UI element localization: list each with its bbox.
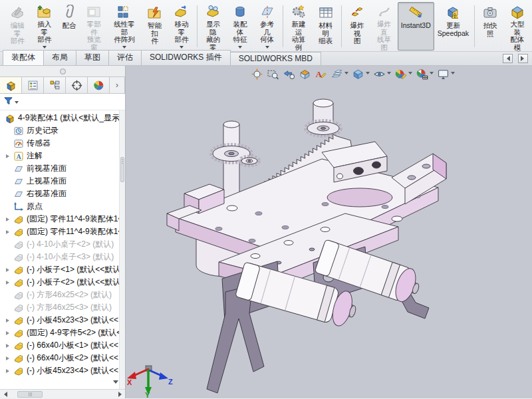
reference-geometry-button[interactable]: 参考几何体 [253, 2, 281, 51]
part-gray-icon [13, 290, 24, 301]
tree-item[interactable]: 传感器 [0, 137, 125, 150]
show-hidden-components-button[interactable]: 显示隐藏的零部件 [200, 2, 227, 51]
tree-scroll-up-icon[interactable] [113, 113, 118, 119]
command-tab-5[interactable]: SOLIDWORKS 插件 [141, 50, 231, 65]
tree-item[interactable]: (-) 4-10小桌子<3> (默认) [0, 251, 125, 263]
section-view-icon [299, 68, 311, 80]
take-snapshot-button[interactable]: 拍快照 [477, 2, 504, 51]
tree-vscroll-thumb[interactable] [120, 157, 124, 182]
tree-item[interactable]: (-) 小板45x23<4> (默认<< [0, 364, 125, 377]
dynamic-annotation-views-button[interactable]: A [313, 67, 329, 81]
component-preview-window-icon [86, 4, 102, 20]
tree-scroll-down-icon[interactable] [113, 380, 118, 386]
command-tab-6[interactable]: SOLIDWORKS MBD [230, 52, 321, 65]
instant3d-button[interactable]: Instant3D [398, 2, 434, 51]
new-motion-study-button[interactable]: 新建运动算例 [285, 2, 313, 51]
tree-item[interactable]: 右视基准面 [0, 188, 125, 200]
expand-arrow-icon[interactable] [6, 319, 13, 323]
expand-arrow-icon[interactable] [6, 369, 13, 373]
dropdown-arrow-icon[interactable] [430, 72, 434, 76]
tree-item[interactable]: A注解 [0, 150, 125, 162]
dropdown-arrow-icon[interactable] [366, 72, 370, 76]
filter-dropdown-icon[interactable] [15, 101, 19, 106]
expand-arrow-icon[interactable] [6, 331, 13, 335]
previous-view-button[interactable] [281, 67, 297, 81]
tree-item[interactable]: (-) 4-10小桌子<2> (默认) [0, 238, 125, 251]
apply-scene-button[interactable] [414, 67, 435, 81]
dropdown-arrow-icon[interactable] [408, 72, 412, 76]
hscroll-left-icon[interactable] [0, 390, 9, 398]
edit-appearance-button[interactable] [393, 67, 414, 81]
tree-item[interactable]: (固定) 零件11^4-9装配体1< [0, 225, 125, 238]
expand-arrow-icon[interactable] [6, 154, 13, 158]
exploded-view-button[interactable]: 爆炸视图 [344, 2, 371, 51]
tree-item[interactable]: (-) 小板45x23<3> (默认<< [0, 314, 125, 327]
tree-item[interactable]: 原点 [0, 200, 125, 213]
button-label: 何体 [260, 36, 274, 44]
command-tab-2[interactable]: 布局 [43, 50, 76, 65]
command-manager-tabs: 装配体布局草图评估SOLIDWORKS 插件SOLIDWORKS MBD [0, 52, 532, 66]
large-assembly-mode-icon [509, 4, 525, 20]
dropdown-arrow-icon[interactable] [387, 72, 391, 76]
expand-arrow-icon[interactable] [6, 344, 13, 348]
command-tab-4[interactable]: 评估 [108, 50, 142, 65]
dimxpertmanager-tab[interactable] [66, 77, 88, 93]
tree-item[interactable]: (-) 小板子<1> (默认<<默认 [0, 263, 125, 276]
hscroll-right-icon[interactable] [116, 390, 125, 398]
command-tab-1[interactable]: 装配体 [3, 50, 44, 65]
tree-item[interactable]: 前视基准面 [0, 162, 125, 175]
featuremanager-tab[interactable] [0, 77, 22, 93]
section-view-button[interactable] [297, 67, 313, 81]
zoom-to-fit-button[interactable] [249, 67, 265, 81]
tree-item[interactable]: (-) 66x40小板<1> (默认<< [0, 339, 125, 352]
tree-item[interactable]: (-) 方形46x25<2> (默认) [0, 289, 125, 301]
panel-tabs-overflow-icon[interactable]: › [110, 77, 124, 93]
panel-splitter[interactable] [0, 66, 125, 76]
scroll-right-icon[interactable] [518, 54, 528, 63]
expand-arrow-icon[interactable] [6, 217, 13, 221]
expand-arrow-icon[interactable] [6, 230, 13, 234]
tree-item[interactable]: 上视基准面 [0, 175, 125, 188]
assembly-3d-model[interactable]: X Z Y [126, 66, 532, 398]
view-settings-icon [437, 68, 450, 80]
tree-horizontal-scrollbar[interactable] [0, 389, 125, 398]
tree-item[interactable]: (-) 小板子<2> (默认<<默认 [0, 276, 125, 289]
tree-item[interactable]: 历史记录 [0, 124, 125, 137]
tree-vertical-scrollbar[interactable] [119, 110, 125, 389]
expand-arrow-icon[interactable] [6, 356, 13, 360]
assembly-features-button[interactable]: 装配体特征 [227, 2, 254, 51]
dropdown-arrow-icon[interactable] [344, 72, 348, 76]
view-settings-button[interactable] [436, 67, 456, 81]
insert-components-button[interactable]: 插入零部件 [31, 2, 59, 51]
configurationmanager-tab[interactable] [44, 77, 66, 93]
displaymanager-tab[interactable] [88, 77, 110, 93]
plane-icon [13, 189, 24, 200]
graphics-viewport[interactable]: X Z Y A [126, 66, 532, 398]
tree-item[interactable]: (-) 方形46x25<3> (默认) [0, 301, 125, 314]
hscroll-thumb[interactable] [17, 391, 43, 398]
propertymanager-tab[interactable] [22, 77, 44, 93]
view-orientation-button[interactable] [329, 67, 350, 81]
expand-arrow-icon[interactable] [6, 281, 13, 285]
filter-funnel-icon[interactable] [3, 96, 13, 108]
move-component-button[interactable]: 移动零部件 [168, 2, 196, 51]
expand-arrow-icon[interactable] [6, 268, 13, 272]
splitter-handle-icon[interactable] [60, 68, 66, 74]
tree-item[interactable]: (-) 66x40小板<2> (默认<< [0, 352, 125, 364]
tree-item[interactable]: (固定) 零件11^4-9装配体1< [0, 213, 125, 225]
update-speedpak-button[interactable]: 更新Speedpak [434, 2, 472, 51]
bill-of-materials-button[interactable]: 材料明细表 [312, 2, 339, 51]
smart-fasteners-button[interactable]: 智能扣件 [141, 2, 168, 51]
scroll-left-icon[interactable] [503, 54, 513, 63]
linear-component-pattern-button[interactable]: 线性零部件阵列 [108, 2, 142, 51]
zoom-to-area-button[interactable] [265, 67, 281, 81]
hide-show-items-button[interactable] [372, 67, 392, 81]
dropdown-arrow-icon[interactable] [451, 72, 455, 76]
display-style-button[interactable] [350, 67, 371, 81]
tree-item[interactable]: (固定) 4-9零件5<2> (默认< [0, 327, 125, 339]
large-assembly-mode-button[interactable]: 大型装配体模式 [504, 2, 531, 51]
mate-button[interactable]: 配合 [58, 2, 80, 51]
tree-item[interactable]: 4-9装配体1 (默认<默认_显示状 [0, 112, 125, 124]
command-tab-3[interactable]: 草图 [76, 50, 109, 65]
assembly-icon [5, 113, 15, 124]
